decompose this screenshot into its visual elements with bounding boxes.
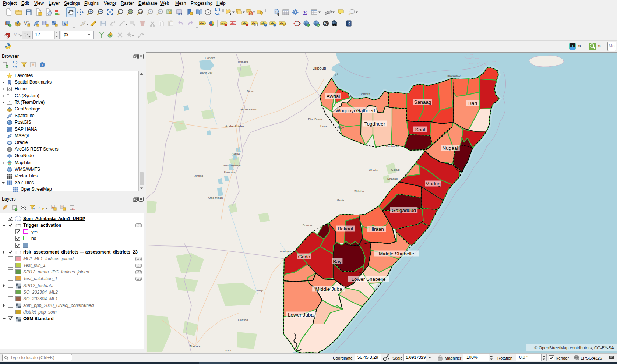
svg-text:Hiraan: Hiraan	[369, 226, 384, 232]
svg-text:Dhabad: Dhabad	[387, 177, 398, 180]
svg-text:abc: abc	[200, 22, 204, 25]
svg-text:Sanaag: Sanaag	[414, 99, 431, 105]
svg-text:W: W	[324, 22, 328, 26]
svg-text:R: R	[318, 24, 320, 27]
svg-text:Lower Shabelle: Lower Shabelle	[351, 276, 385, 282]
svg-text:Bahir Dar: Bahir Dar	[200, 71, 212, 74]
svg-text:Nairobi: Nairobi	[190, 344, 201, 348]
svg-text:i: i	[42, 63, 43, 67]
svg-text:Gonder: Gonder	[205, 56, 215, 60]
svg-text:Boosaaso: Boosaaso	[447, 74, 461, 77]
svg-text:Arba Minch: Arba Minch	[208, 196, 223, 199]
svg-text:Gode: Gode	[337, 199, 344, 202]
svg-text:Geladi: Geladi	[391, 168, 399, 172]
svg-text:Buuhoodle: Buuhoodle	[386, 145, 401, 148]
svg-text:Bari: Bari	[468, 100, 477, 106]
svg-text:Sool: Sool	[415, 127, 425, 132]
svg-text:V: V	[24, 21, 27, 26]
svg-text:© OpenStreetMap contributors,: © OpenStreetMap contributors, CC-BY-SA	[535, 346, 614, 350]
svg-text:Bakool: Bakool	[338, 226, 353, 232]
svg-text:Awdal: Awdal	[327, 93, 340, 99]
svg-text:Hawassa: Hawassa	[224, 170, 236, 174]
svg-text:?: ?	[348, 22, 350, 26]
svg-text:Wajir: Wajir	[257, 289, 264, 292]
svg-text:3D: 3D	[178, 12, 182, 16]
svg-text:1:1: 1:1	[139, 10, 142, 13]
svg-text:Galgaduud: Galgaduud	[392, 208, 416, 213]
svg-text:Mandera: Mandera	[280, 250, 292, 253]
svg-text:Addis Abeba: Addis Abeba	[225, 124, 244, 128]
svg-text:abc: abc	[231, 22, 235, 25]
svg-text:Togdheer: Togdheer	[364, 121, 385, 127]
svg-text:Berbera: Berbera	[360, 92, 370, 96]
svg-text:Doolow: Doolow	[303, 223, 313, 227]
svg-text:Jijiga: Jijiga	[337, 126, 344, 129]
svg-text:Woqooyi Galbeed: Woqooyi Galbeed	[335, 108, 375, 113]
svg-text:ε: ε	[39, 205, 40, 210]
svg-text:a: a	[58, 11, 61, 16]
svg-text:Mudug: Mudug	[425, 181, 440, 187]
svg-text:Djibouti: Djibouti	[313, 66, 326, 70]
svg-text:Kitui: Kitui	[225, 349, 231, 352]
svg-text:Werder: Werder	[369, 169, 378, 172]
svg-text:Mek'ele: Mek'ele	[238, 60, 248, 63]
svg-text:Dire Dawa: Dire Dawa	[308, 117, 322, 121]
svg-text:Shilabo: Shilabo	[354, 190, 364, 193]
svg-text:Asella: Asella	[232, 152, 240, 155]
svg-text:Middle Shabelle: Middle Shabelle	[379, 251, 414, 257]
svg-text:V: V	[14, 32, 17, 37]
svg-text:Nugaal: Nugaal	[443, 145, 458, 151]
svg-text:Debre Birhan: Debre Birhan	[240, 108, 257, 111]
svg-text:Bay: Bay	[333, 259, 342, 264]
svg-text:Jimma: Jimma	[194, 174, 203, 177]
svg-text:Gedo: Gedo	[298, 254, 310, 259]
svg-text:Dese: Dese	[247, 89, 254, 93]
svg-text:Shashamane: Shashamane	[223, 164, 241, 167]
svg-text:Σ: Σ	[303, 9, 307, 16]
svg-text:Middle Juba: Middle Juba	[315, 286, 342, 292]
svg-text:Harar: Harar	[320, 124, 328, 128]
svg-text:Lower Juba: Lower Juba	[288, 312, 314, 318]
svg-text:Garissa: Garissa	[238, 318, 248, 322]
